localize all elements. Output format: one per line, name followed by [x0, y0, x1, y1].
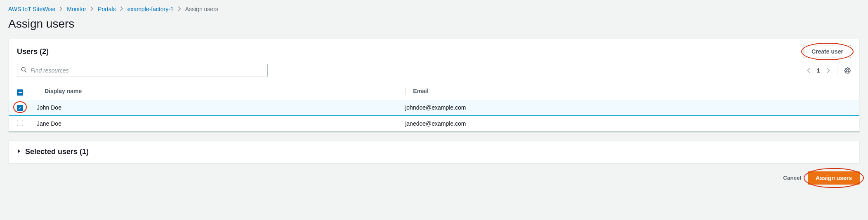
table-row[interactable]: ✓ John Doe johndoe@example.com	[9, 100, 859, 115]
breadcrumb-link-portal[interactable]: example-factory-1	[127, 6, 174, 12]
users-table: Display name Email ✓ John Doe johndoe@ex…	[9, 83, 859, 132]
chevron-right-icon	[178, 6, 181, 12]
search-icon	[21, 67, 27, 74]
selected-users-title: Selected users (1)	[25, 147, 89, 156]
breadcrumb-link-portals[interactable]: Portals	[98, 6, 116, 12]
cell-display-name: John Doe	[28, 100, 397, 115]
page-title: Assign users	[8, 17, 860, 30]
breadcrumb-link-monitor[interactable]: Monitor	[67, 6, 86, 12]
users-panel: Users (2) Create user 1	[8, 39, 860, 132]
breadcrumb-current: Assign users	[185, 6, 218, 12]
assign-users-button[interactable]: Assign users	[808, 171, 860, 185]
column-header-email[interactable]: Email	[397, 83, 859, 100]
next-page-button[interactable]	[827, 68, 830, 73]
cancel-button[interactable]: Cancel	[783, 175, 801, 181]
search-input[interactable]	[17, 64, 268, 77]
table-row[interactable]: Jane Doe janedoe@example.com	[9, 115, 859, 131]
cell-display-name: Jane Doe	[28, 115, 397, 131]
breadcrumb: AWS IoT SiteWise Monitor Portals example…	[8, 6, 860, 12]
svg-point-0	[21, 68, 25, 71]
chevron-right-icon	[59, 6, 63, 12]
chevron-right-icon	[120, 6, 123, 12]
create-user-button[interactable]: Create user	[804, 45, 851, 58]
gear-icon[interactable]	[844, 67, 851, 74]
cell-email: johndoe@example.com	[397, 100, 859, 115]
svg-line-1	[25, 71, 26, 73]
breadcrumb-link-sitewise[interactable]: AWS IoT SiteWise	[8, 6, 55, 12]
selected-users-panel: Selected users (1)	[8, 140, 860, 163]
row-checkbox[interactable]	[17, 120, 23, 126]
column-header-display-name[interactable]: Display name	[28, 83, 397, 100]
pagination: 1	[807, 66, 851, 75]
users-panel-title: Users (2)	[17, 47, 49, 56]
chevron-right-icon	[90, 6, 94, 12]
search-wrap	[17, 64, 268, 77]
row-checkbox[interactable]: ✓	[17, 105, 23, 111]
selected-users-toggle[interactable]: Selected users (1)	[9, 141, 859, 163]
divider	[837, 66, 837, 75]
page-number: 1	[817, 67, 820, 74]
prev-page-button[interactable]	[807, 68, 810, 73]
caret-right-icon	[17, 148, 21, 155]
cell-email: janedoe@example.com	[397, 115, 859, 131]
actions-row: Cancel Assign users	[8, 171, 860, 185]
select-all-checkbox[interactable]	[17, 89, 23, 96]
